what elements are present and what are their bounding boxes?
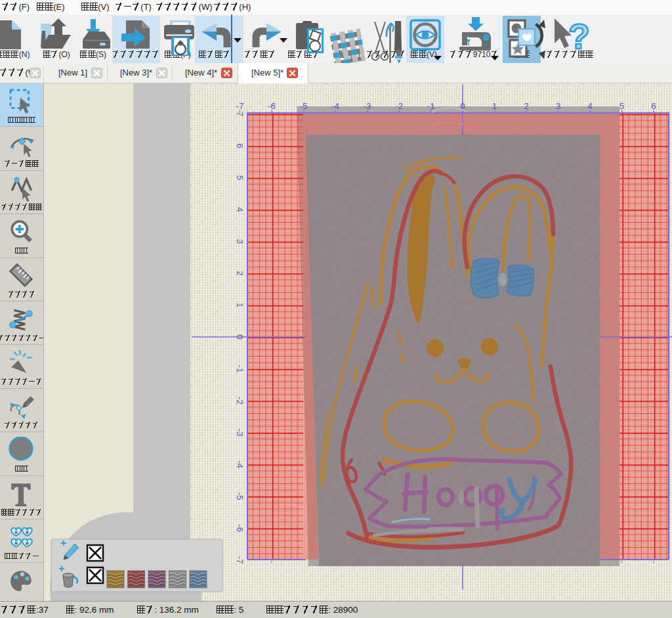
svg-text:-6: -6: [268, 101, 276, 111]
svg-text:1: 1: [235, 303, 245, 308]
svg-text:-1: -1: [235, 364, 245, 372]
svg-text:-7: -7: [236, 101, 243, 111]
svg-text:1: 1: [492, 101, 497, 111]
svg-text:-5: -5: [235, 492, 245, 500]
svg-text:-3: -3: [363, 101, 371, 111]
svg-text:0: 0: [235, 334, 245, 340]
svg-text:3: 3: [235, 239, 245, 244]
svg-text:-2: -2: [235, 397, 245, 405]
svg-text:6: 6: [651, 101, 656, 111]
svg-text:2: 2: [235, 271, 245, 276]
svg-text:4: 4: [587, 101, 593, 111]
svg-text:-4: -4: [331, 101, 339, 111]
svg-text:3: 3: [556, 101, 561, 111]
svg-text:5: 5: [620, 101, 625, 111]
svg-text:?: ?: [568, 16, 590, 56]
svg-text:-4: -4: [235, 460, 245, 468]
svg-text:-7: -7: [235, 556, 245, 563]
svg-text:-6: -6: [235, 524, 245, 532]
svg-text:2: 2: [524, 101, 529, 111]
svg-text:7: 7: [235, 112, 245, 117]
svg-text:5: 5: [235, 175, 245, 181]
svg-text:-3: -3: [235, 428, 245, 436]
svg-text:-2: -2: [395, 101, 403, 111]
svg-text:-5: -5: [299, 101, 307, 111]
svg-text:-1: -1: [427, 101, 434, 111]
svg-text:6: 6: [235, 143, 245, 148]
svg-text:4: 4: [235, 207, 245, 212]
